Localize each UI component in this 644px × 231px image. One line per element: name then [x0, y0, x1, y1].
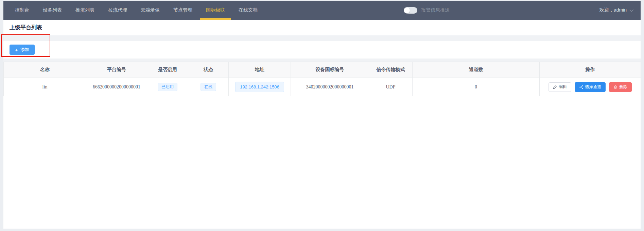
main-content: 上级平台列表 + 添加 名称 平台编号 是否启用 状态 地址 设备国标编号 信令…	[3, 20, 641, 229]
delete-button[interactable]: 删除	[609, 82, 632, 92]
col-header-actions: 操作	[540, 62, 641, 78]
nav-item-console[interactable]: 控制台	[8, 1, 36, 20]
cell-channel-count: 0	[413, 78, 540, 96]
enabled-badge: 已启用	[158, 83, 177, 91]
cell-name: lin	[4, 78, 86, 96]
share-icon	[579, 85, 583, 89]
alarm-push-group: 报警信息推送	[404, 1, 450, 20]
edit-button-label: 编辑	[559, 84, 567, 90]
cell-actions: 编辑 选择通道	[540, 78, 641, 96]
nav-item-cloud-record[interactable]: 云端录像	[134, 1, 167, 20]
cell-address: 192.168.1.242:1506	[229, 78, 291, 96]
toggle-knob	[404, 7, 410, 13]
alarm-push-toggle[interactable]	[404, 7, 417, 14]
nav-item-push-list[interactable]: 推流列表	[69, 1, 101, 20]
col-header-enabled: 是否启用	[147, 62, 188, 78]
chevron-down-icon	[630, 8, 633, 12]
edit-button[interactable]: 编辑	[549, 82, 571, 92]
nav-item-node-manage[interactable]: 节点管理	[167, 1, 199, 20]
user-menu[interactable]: 欢迎，admin	[599, 1, 632, 20]
cell-gb-device-no: 34020000002000000001	[291, 78, 369, 96]
address-badge: 192.168.1.242:1506	[235, 82, 284, 92]
plus-icon: +	[15, 47, 18, 52]
platform-table: 名称 平台编号 是否启用 状态 地址 设备国标编号 信令传输模式 通道数 操作 …	[3, 62, 641, 96]
col-header-name: 名称	[4, 62, 86, 78]
pencil-icon	[553, 85, 557, 89]
page-title: 上级平台列表	[10, 24, 42, 31]
divider-band-bottom	[3, 59, 641, 62]
cell-platform-no: 66620000002000000001	[86, 78, 147, 96]
trash-icon	[613, 85, 617, 89]
add-button[interactable]: + 添加	[10, 45, 35, 55]
col-header-channel-count: 通道数	[413, 62, 540, 78]
alarm-push-label: 报警信息推送	[421, 7, 450, 13]
status-badge: 在线	[201, 83, 216, 91]
select-channel-label: 选择通道	[585, 84, 601, 90]
cell-enabled: 已启用	[147, 78, 188, 96]
row-actions: 编辑 选择通道	[540, 82, 641, 92]
page-title-bar: 上级平台列表	[3, 20, 641, 35]
cell-status: 在线	[188, 78, 229, 96]
add-button-label: 添加	[20, 47, 29, 53]
cell-transport-mode: UDP	[369, 78, 413, 96]
nav-item-online-docs[interactable]: 在线文档	[232, 1, 264, 20]
table-row: lin 66620000002000000001 已启用 在线 192.168.…	[4, 78, 641, 96]
col-header-status: 状态	[188, 62, 229, 78]
col-header-address: 地址	[229, 62, 291, 78]
nav-item-pull-proxy[interactable]: 拉流代理	[101, 1, 134, 20]
table-header-row: 名称 平台编号 是否启用 状态 地址 设备国标编号 信令传输模式 通道数 操作	[4, 62, 641, 78]
top-navbar: 控制台 设备列表 推流列表 拉流代理 云端录像 节点管理 国标级联 在线文档 报…	[3, 1, 641, 20]
col-header-platform-no: 平台编号	[86, 62, 147, 78]
delete-button-label: 删除	[619, 84, 627, 90]
col-header-transport-mode: 信令传输模式	[369, 62, 413, 78]
select-channel-button[interactable]: 选择通道	[575, 82, 606, 92]
nav-item-gb-cascade[interactable]: 国标级联	[199, 1, 232, 20]
col-header-gb-device-no: 设备国标编号	[291, 62, 369, 78]
welcome-text: 欢迎，admin	[599, 7, 627, 13]
toolbar: + 添加	[3, 41, 641, 59]
nav-item-device-list[interactable]: 设备列表	[36, 1, 69, 20]
divider-band-top	[3, 35, 641, 41]
